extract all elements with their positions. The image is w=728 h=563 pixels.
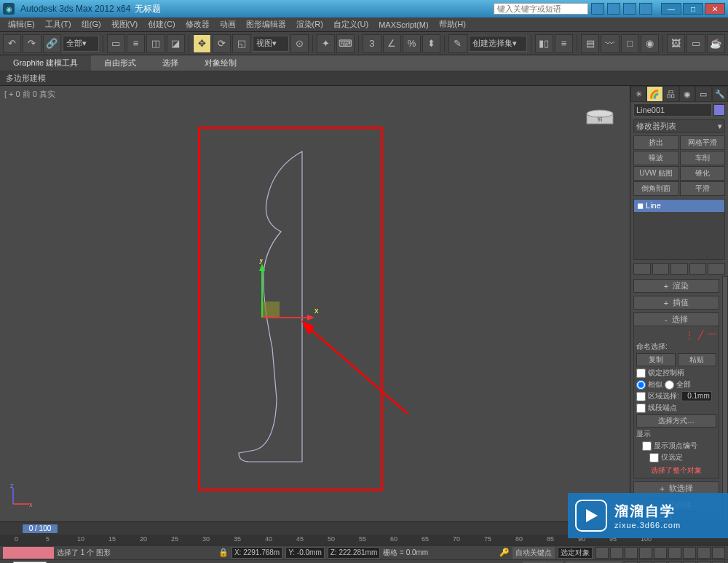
refcoord-dropdown[interactable]: 视图 ▾ bbox=[253, 36, 289, 52]
menu-animation[interactable]: 动画 bbox=[215, 17, 241, 31]
mod-extrude[interactable]: 挤出 bbox=[633, 135, 679, 150]
modifier-list-dropdown[interactable]: 修改器列表▾ bbox=[633, 119, 725, 133]
account-icon[interactable] bbox=[607, 3, 620, 15]
render-setup-button[interactable]: 🖼 bbox=[667, 34, 685, 53]
goto-end-button[interactable] bbox=[654, 547, 667, 559]
spinner-snap-button[interactable]: ⬍ bbox=[422, 34, 440, 53]
ribbon-panel-label[interactable]: 多边形建模 bbox=[6, 73, 46, 84]
selected-only-check[interactable] bbox=[649, 453, 659, 462]
menu-grapheditors[interactable]: 图形编辑器 bbox=[241, 17, 291, 31]
usepivot-button[interactable]: ⊙ bbox=[290, 34, 309, 53]
nav-orbit-button[interactable] bbox=[697, 547, 711, 559]
mirror-button[interactable]: ▮▯ bbox=[535, 34, 553, 53]
keyboard-shortcut-button[interactable]: ⌨ bbox=[336, 34, 355, 53]
tab-selection[interactable]: 选择 bbox=[149, 55, 191, 71]
tab-display[interactable]: ▭ bbox=[695, 86, 711, 102]
configure-sets-button[interactable] bbox=[708, 263, 725, 275]
goto-start-button[interactable] bbox=[596, 547, 609, 559]
mod-bevelprofile[interactable]: 倒角剖面 bbox=[633, 181, 679, 196]
tab-freeform[interactable]: 自由形式 bbox=[91, 55, 149, 71]
mod-lathe[interactable]: 车削 bbox=[680, 151, 726, 165]
tab-graphite[interactable]: Graphite 建模工具 bbox=[0, 55, 91, 71]
menu-edit[interactable]: 编辑(E) bbox=[3, 17, 40, 31]
tab-hierarchy[interactable]: 品 bbox=[663, 86, 679, 102]
show-end-result-button[interactable] bbox=[652, 263, 670, 275]
nav-pan-button[interactable] bbox=[668, 547, 681, 559]
select-by-button[interactable]: 选择方式… bbox=[636, 414, 716, 428]
area-select-check[interactable] bbox=[636, 392, 646, 401]
editnamed-button[interactable]: ✎ bbox=[448, 34, 467, 53]
viewport-front[interactable]: [ + 0 前 0 真实 前 y x bbox=[0, 86, 630, 521]
coord-y[interactable]: Y: -0.0mm bbox=[285, 547, 325, 559]
selection-filter[interactable]: 全部 ▾ bbox=[63, 36, 99, 52]
menu-rendering[interactable]: 渲染(R) bbox=[291, 17, 328, 31]
select-region-button[interactable]: ◫ bbox=[146, 34, 165, 53]
scale-button[interactable]: ◱ bbox=[232, 34, 250, 53]
object-name-field[interactable]: Line001 bbox=[633, 103, 712, 117]
menu-help[interactable]: 帮助(H) bbox=[434, 17, 471, 31]
pin-stack-button[interactable] bbox=[633, 263, 651, 275]
mod-taper[interactable]: 锥化 bbox=[680, 166, 726, 181]
tab-motion[interactable]: ◉ bbox=[679, 86, 695, 102]
copy-button[interactable]: 复制 bbox=[636, 353, 676, 366]
select-button[interactable]: ▭ bbox=[107, 34, 125, 53]
tab-modify[interactable]: 🌈 bbox=[646, 86, 662, 102]
align-button[interactable]: ≡ bbox=[555, 34, 573, 53]
rollout-rendering[interactable]: + 渲染 bbox=[633, 279, 719, 293]
stack-item-line[interactable]: ◼ Line bbox=[634, 200, 724, 212]
lock-handles-check[interactable] bbox=[636, 369, 646, 378]
coord-z[interactable]: Z: 222.281mm bbox=[328, 547, 380, 559]
next-frame-button[interactable] bbox=[639, 547, 652, 559]
tab-create[interactable]: ✳ bbox=[630, 86, 646, 102]
redo-button[interactable]: ↷ bbox=[23, 34, 41, 53]
spline-icon[interactable]: 〰 bbox=[708, 330, 716, 340]
favorite-icon[interactable] bbox=[623, 3, 636, 15]
move-gizmo[interactable]: y x bbox=[255, 259, 320, 325]
prev-frame-button[interactable] bbox=[610, 547, 623, 559]
mod-smooth[interactable]: 平滑 bbox=[680, 181, 726, 196]
time-slider-handle[interactable]: 0 / 100 bbox=[22, 524, 58, 534]
window-crossing-button[interactable]: ◪ bbox=[167, 34, 185, 53]
search-input[interactable] bbox=[494, 3, 588, 15]
area-value-spinner[interactable]: 0.1mm bbox=[681, 391, 712, 401]
mod-noise[interactable]: 噪波 bbox=[633, 151, 679, 165]
autokey-button[interactable]: 自动关键点 bbox=[513, 547, 555, 559]
modifier-stack[interactable]: ◼ Line bbox=[633, 199, 725, 260]
rollout-interpolation[interactable]: + 插值 bbox=[633, 296, 719, 310]
lock-icon[interactable]: 🔒 bbox=[218, 548, 229, 557]
coord-x[interactable]: X: 2291.768m bbox=[232, 547, 282, 559]
angle-snap-button[interactable]: ∠ bbox=[383, 34, 401, 53]
tab-utilities[interactable]: 🔧 bbox=[712, 86, 728, 102]
key-icon[interactable]: 🔑 bbox=[499, 548, 510, 557]
snap-toggle-button[interactable]: 3 bbox=[363, 34, 381, 53]
help-icon[interactable] bbox=[639, 3, 652, 15]
object-color-swatch[interactable] bbox=[713, 104, 725, 116]
percent-snap-button[interactable]: % bbox=[403, 34, 421, 53]
named-selection-dropdown[interactable]: 创建选择集 ▾ bbox=[469, 36, 527, 52]
play-button[interactable] bbox=[625, 547, 638, 559]
show-vertnum-check[interactable] bbox=[642, 441, 652, 451]
mod-meshsmooth[interactable]: 网格平滑 bbox=[680, 135, 726, 150]
nav-maximize-button[interactable] bbox=[712, 547, 725, 559]
move-button[interactable]: ✥ bbox=[193, 34, 211, 53]
menu-modifiers[interactable]: 修改器 bbox=[181, 17, 215, 31]
minimize-button[interactable]: — bbox=[661, 3, 681, 15]
schematic-button[interactable]: □ bbox=[621, 34, 639, 53]
segment-end-check[interactable] bbox=[636, 403, 646, 413]
rollout-selection[interactable]: - 选择 bbox=[633, 312, 719, 326]
render-frame-button[interactable]: ▭ bbox=[687, 34, 705, 53]
link-button[interactable]: 🔗 bbox=[43, 34, 61, 53]
keymode-dropdown[interactable]: 选定对象 bbox=[558, 547, 593, 559]
material-button[interactable]: ◉ bbox=[641, 34, 659, 53]
panel-scrollbar[interactable] bbox=[722, 276, 728, 521]
nav-zoom-button[interactable] bbox=[683, 547, 696, 559]
select-manipulate-button[interactable]: ✦ bbox=[317, 34, 335, 53]
undo-button[interactable]: ↶ bbox=[3, 34, 21, 53]
maximize-button[interactable]: □ bbox=[683, 3, 703, 15]
mini-trackbar[interactable] bbox=[3, 547, 54, 559]
menu-tools[interactable]: 工具(T) bbox=[40, 17, 76, 31]
remove-modifier-button[interactable] bbox=[689, 263, 707, 275]
segment-icon[interactable]: ╱ bbox=[698, 330, 703, 340]
viewcube[interactable]: 前 bbox=[585, 108, 617, 125]
search-icon[interactable] bbox=[591, 3, 604, 15]
